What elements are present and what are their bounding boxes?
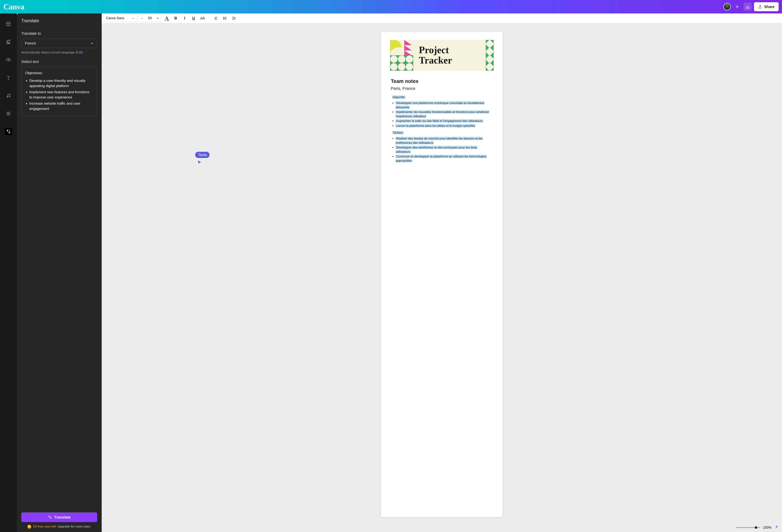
font-size-decrease[interactable]: − (139, 15, 146, 22)
text-color-button[interactable]: A (163, 14, 171, 22)
document-body[interactable]: Objectifs: Développer une plateforme num… (392, 95, 491, 163)
underline-button[interactable]: U (190, 14, 198, 22)
elements-icon (6, 39, 11, 44)
cursor-pointer-icon (197, 159, 203, 165)
banner: ProjectTracker (390, 40, 494, 71)
svg-rect-22 (8, 113, 9, 114)
align-left-icon (214, 16, 218, 21)
task-item: Développer des wireframes et des prototy… (396, 145, 491, 154)
source-item: Increase website traffic and user engage… (29, 101, 93, 112)
source-item: Implement new features and functions to … (29, 89, 93, 100)
color-spectrum-icon (165, 20, 169, 21)
upgrade-link[interactable]: Upgrade for more uses. (58, 525, 91, 528)
templates-icon (6, 22, 11, 26)
music-icon (6, 93, 11, 98)
bar-chart-icon (745, 4, 750, 9)
rail-text[interactable] (5, 74, 12, 81)
svg-rect-20 (9, 112, 10, 113)
free-uses-count: 50 free uses left. (33, 525, 57, 528)
document-page[interactable]: ProjectTracker Team notes Paris, France … (381, 32, 503, 517)
svg-rect-7 (6, 22, 10, 26)
banner-decoration-right (486, 40, 494, 71)
banner-title: ProjectTracker (413, 45, 486, 65)
objective-item: Augmenter le trafic du site Web et l'eng… (396, 119, 491, 123)
svg-rect-26 (9, 115, 10, 115)
rail-audio[interactable] (5, 92, 12, 100)
translate-panel: Translate Translate to French Automatica… (17, 13, 102, 532)
section-heading: Team notes (391, 78, 493, 84)
tasks-heading: Tâches: (392, 131, 404, 134)
avatar[interactable] (723, 3, 731, 10)
source-text-box[interactable]: Objectives: Develop a user-friendly and … (21, 67, 97, 116)
rail-translate[interactable] (5, 128, 12, 135)
banner-decoration-left (390, 40, 413, 71)
bold-button[interactable]: B (172, 14, 179, 22)
spacing-button[interactable] (230, 14, 238, 22)
add-member-button[interactable] (733, 3, 741, 11)
list-button[interactable] (221, 14, 229, 22)
svg-point-32 (223, 19, 224, 20)
svg-point-31 (223, 18, 224, 18)
font-family-select[interactable]: Canva Sans (104, 14, 137, 22)
font-size-input[interactable] (146, 15, 154, 22)
chevron-down-icon (90, 42, 94, 45)
svg-rect-21 (7, 113, 7, 114)
cloud-upload-icon (6, 57, 11, 63)
rail-elements[interactable] (5, 38, 12, 46)
source-heading: Objectives: (25, 70, 93, 76)
rail-templates[interactable] (5, 20, 12, 28)
share-label: Share (764, 5, 775, 9)
chevron-down-icon (132, 17, 134, 20)
rail-apps[interactable] (5, 110, 12, 117)
autodetect-text: Automatically detect current language (E… (21, 51, 97, 54)
task-item: Réaliser des études de marché pour ident… (396, 136, 491, 145)
translate-icon (6, 129, 11, 134)
share-button[interactable]: Share (754, 2, 779, 11)
free-uses-text: 50 free uses left. Upgrade for more uses… (21, 525, 97, 529)
text-toolbar: Canva Sans − + A B I U aA (102, 13, 782, 23)
translate-button[interactable]: Translate (21, 512, 97, 522)
objectives-heading: Objectifs: (392, 96, 405, 99)
objective-item: Implémenter de nouvelles fonctionnalités… (396, 110, 491, 118)
translate-to-label: Translate to (21, 31, 97, 36)
font-size-increase[interactable]: + (154, 15, 161, 22)
italic-button[interactable]: I (181, 14, 188, 22)
top-nav-bar: Canva Share (0, 0, 782, 13)
text-case-button[interactable]: aA (199, 14, 206, 22)
svg-rect-19 (8, 112, 9, 113)
plus-icon (735, 5, 739, 9)
task-item: Concevoir et développer la plateforme en… (396, 154, 491, 163)
rail-uploads[interactable] (5, 56, 12, 64)
font-family-value: Canva Sans (106, 16, 124, 20)
translate-icon (48, 515, 52, 519)
magic-button[interactable] (775, 525, 779, 530)
canva-logo[interactable]: Canva (3, 2, 24, 11)
font-size-stepper[interactable]: − + (138, 14, 162, 22)
svg-rect-18 (7, 112, 7, 113)
zoom-slider[interactable] (736, 527, 760, 528)
align-button[interactable] (212, 14, 220, 22)
select-text-label: Select text (21, 60, 97, 64)
svg-rect-24 (7, 115, 7, 115)
zoom-slider-thumb[interactable] (755, 526, 757, 529)
source-item: Develop a user-friendly and visually app… (29, 78, 93, 89)
bullet-list-icon (223, 16, 227, 21)
svg-rect-25 (8, 115, 9, 115)
svg-point-41 (775, 528, 776, 529)
language-select[interactable]: French (21, 39, 97, 48)
zoom-level-label[interactable]: 100% (763, 526, 772, 530)
tool-rail (0, 13, 17, 532)
zoom-control: 100% (736, 525, 779, 530)
collaborator-name-badge: Tania (195, 151, 210, 158)
line-spacing-icon (232, 16, 236, 21)
translate-button-label: Translate (54, 515, 71, 520)
collaborator-cursor: Tania (195, 151, 210, 165)
autodetect-edit-link[interactable]: (Edit) (75, 51, 83, 54)
analytics-button[interactable] (744, 3, 752, 11)
apps-grid-icon (6, 111, 11, 116)
svg-point-10 (6, 40, 8, 42)
svg-point-17 (9, 96, 10, 97)
upload-icon (758, 5, 762, 9)
svg-rect-23 (9, 113, 10, 114)
sparkle-icon (775, 525, 779, 529)
